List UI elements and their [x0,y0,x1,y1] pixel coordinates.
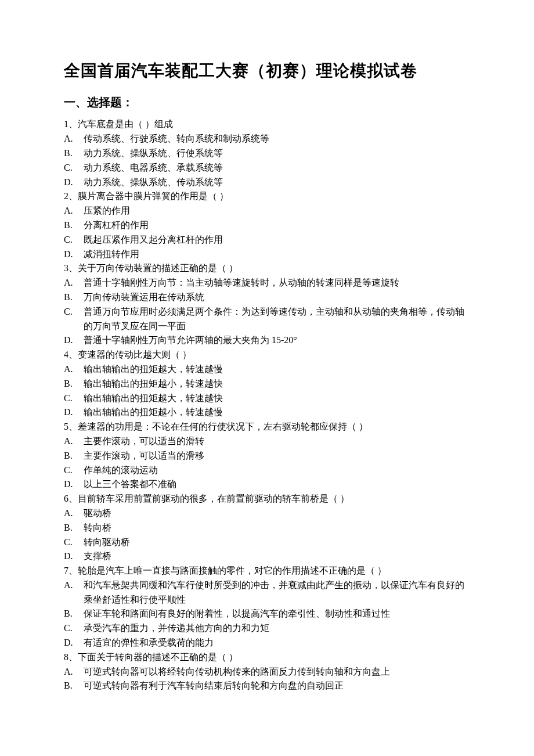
option-item: A.输出轴输出的扭矩越大，转速越慢 [64,362,470,377]
option-item: A.和汽车悬架共同缓和汽车行使时所受到的冲击，并衰减由此产生的振动，以保证汽车有… [64,578,470,607]
option-item: D.减消扭转作用 [64,247,470,262]
document-title: 全国首届汽车装配工大赛（初赛）理论模拟试卷 [64,58,470,83]
option-item: C.既起压紧作用又起分离杠杆的作用 [64,233,470,247]
option-text: 输出轴输出的扭矩越大，转速越快 [84,391,470,406]
option-item: B.分离杠杆的作用 [64,218,470,233]
option-letter: A. [64,132,84,146]
option-letter: B. [64,449,84,463]
option-letter: A. [64,362,84,377]
option-letter: D. [64,247,84,262]
question-stem: 7、轮胎是汽车上唯一直接与路面接触的零件，对它的作用描述不正确的是（ ） [64,564,470,578]
option-text: 压紧的作用 [84,204,470,218]
option-text: 可逆式转向器可以将经转向传动机构传来的路面反力传到转向轴和方向盘上 [84,665,470,679]
options-list: A.驱动桥B.转向桥C.转向驱动桥D.支撑桥 [64,506,470,564]
option-text: 有适宜的弹性和承受载荷的能力 [84,636,470,650]
option-letter: C. [64,621,84,636]
option-item: D.普通十字轴刚性万向节允许两轴的最大夹角为 15-20° [64,333,470,348]
option-text: 转向驱动桥 [84,535,470,550]
option-text: 驱动桥 [84,506,470,521]
options-list: A.主要作滚动，可以适当的滑转B.主要作滚动，可以适当的滑移C.作单纯的滚动运动… [64,434,470,492]
option-text: 减消扭转作用 [84,247,470,262]
option-text: 转向桥 [84,521,470,535]
option-item: B.动力系统、操纵系统、行使系统等 [64,146,470,161]
option-text: 动力系统、操纵系统、传动系统等 [84,175,470,190]
option-text: 普通十字轴刚性万向节允许两轴的最大夹角为 15-20° [84,333,470,348]
option-letter: B. [64,377,84,391]
option-text: 保证车轮和路面间有良好的附着性，以提高汽车的牵引性、制动性和通过性 [84,607,470,621]
option-text: 主要作滚动，可以适当的滑移 [84,449,470,463]
option-letter: D. [64,405,84,420]
option-letter: B. [64,679,84,693]
option-item: C.普通万向节应用时必须满足两个条件：为达到等速传动，主动轴和从动轴的夹角相等，… [64,305,470,334]
option-letter: A. [64,578,84,593]
option-text: 可逆式转向器有利于汽车转向结束后转向轮和方向盘的自动回正 [84,679,470,693]
option-letter: C. [64,391,84,406]
option-item: D.支撑桥 [64,549,470,564]
option-item: B.可逆式转向器有利于汽车转向结束后转向轮和方向盘的自动回正 [64,679,470,693]
option-text: 以上三个答案都不准确 [84,477,470,492]
option-item: A.普通十字轴刚性万向节：当主动轴等速旋转时，从动轴的转速同样是等速旋转 [64,276,470,290]
option-item: C.输出轴输出的扭矩越大，转速越快 [64,391,470,406]
options-list: A.和汽车悬架共同缓和汽车行使时所受到的冲击，并衰减由此产生的振动，以保证汽车有… [64,578,470,650]
questions-container: 1、汽车底盘是由（ ）组成A.传动系统、行驶系统、转向系统和制动系统等B.动力系… [64,117,470,693]
option-text: 支撑桥 [84,549,470,564]
option-text: 输出轴输出的扭矩越小，转速越慢 [84,405,470,420]
option-letter: D. [64,333,84,348]
option-text: 输出轴输出的扭矩越小，转速越快 [84,377,470,391]
option-item: D.动力系统、操纵系统、传动系统等 [64,175,470,190]
option-letter: C. [64,463,84,478]
option-item: D.输出轴输出的扭矩越小，转速越慢 [64,405,470,420]
option-text: 动力系统、操纵系统、行使系统等 [84,146,470,161]
question-stem: 2、膜片离合器中膜片弹簧的作用是（ ） [64,189,470,204]
option-letter: B. [64,521,84,535]
question-stem: 5、差速器的功用是：不论在任何的行使状况下，左右驱动轮都应保持（ ） [64,420,470,434]
option-text: 和汽车悬架共同缓和汽车行使时所受到的冲击，并衰减由此产生的振动，以保证汽车有良好… [84,578,470,607]
question-stem: 3、关于万向传动装置的描述正确的是（ ） [64,261,470,276]
question-stem: 8、下面关于转向器的描述不正确的是（ ） [64,650,470,665]
option-item: A.传动系统、行驶系统、转向系统和制动系统等 [64,132,470,146]
option-letter: A. [64,434,84,449]
option-item: D.以上三个答案都不准确 [64,477,470,492]
option-text: 传动系统、行驶系统、转向系统和制动系统等 [84,132,470,146]
option-letter: A. [64,665,84,679]
option-text: 输出轴输出的扭矩越大，转速越慢 [84,362,470,377]
option-letter: A. [64,204,84,218]
option-item: B.转向桥 [64,521,470,535]
option-item: A.可逆式转向器可以将经转向传动机构传来的路面反力传到转向轴和方向盘上 [64,665,470,679]
question-stem: 6、目前轿车采用前置前驱动的很多，在前置前驱动的轿车前桥是（ ） [64,492,470,506]
option-item: C.动力系统、电器系统、承载系统等 [64,161,470,175]
option-letter: D. [64,636,84,650]
option-letter: B. [64,218,84,233]
option-letter: C. [64,535,84,550]
options-list: A.输出轴输出的扭矩越大，转速越慢B.输出轴输出的扭矩越小，转速越快C.输出轴输… [64,362,470,420]
options-list: A.传动系统、行驶系统、转向系统和制动系统等B.动力系统、操纵系统、行使系统等C… [64,132,470,189]
option-item: B.万向传动装置运用在传动系统 [64,290,470,305]
option-item: C.转向驱动桥 [64,535,470,550]
option-letter: A. [64,276,84,290]
option-letter: B. [64,607,84,621]
option-letter: A. [64,506,84,521]
option-letter: C. [64,233,84,247]
option-item: D.有适宜的弹性和承受载荷的能力 [64,636,470,650]
option-text: 普通十字轴刚性万向节：当主动轴等速旋转时，从动轴的转速同样是等速旋转 [84,276,470,290]
option-item: B.输出轴输出的扭矩越小，转速越快 [64,377,470,391]
option-text: 万向传动装置运用在传动系统 [84,290,470,305]
option-text: 动力系统、电器系统、承载系统等 [84,161,470,175]
option-letter: B. [64,290,84,305]
option-item: C.承受汽车的重力，并传递其他方向的力和力矩 [64,621,470,636]
option-item: C.作单纯的滚动运动 [64,463,470,478]
option-text: 承受汽车的重力，并传递其他方向的力和力矩 [84,621,470,636]
option-letter: D. [64,549,84,564]
option-letter: C. [64,305,84,319]
option-item: B.主要作滚动，可以适当的滑移 [64,449,470,463]
option-text: 作单纯的滚动运动 [84,463,470,478]
option-text: 既起压紧作用又起分离杠杆的作用 [84,233,470,247]
options-list: A.可逆式转向器可以将经转向传动机构传来的路面反力传到转向轴和方向盘上B.可逆式… [64,665,470,694]
option-letter: C. [64,161,84,175]
options-list: A.普通十字轴刚性万向节：当主动轴等速旋转时，从动轴的转速同样是等速旋转B.万向… [64,276,470,348]
option-item: A.主要作滚动，可以适当的滑转 [64,434,470,449]
option-text: 分离杠杆的作用 [84,218,470,233]
section-title: 一、选择题： [64,93,470,111]
option-letter: D. [64,477,84,492]
option-item: B.保证车轮和路面间有良好的附着性，以提高汽车的牵引性、制动性和通过性 [64,607,470,621]
